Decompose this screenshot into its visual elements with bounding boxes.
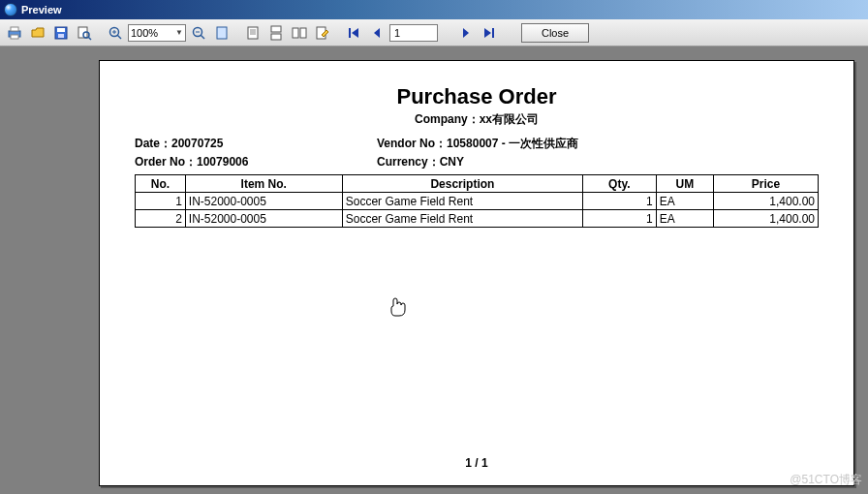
table-header-row: No. Item No. Description Qty. UM Price	[136, 175, 819, 193]
find-icon[interactable]	[74, 22, 95, 44]
svg-rect-1	[11, 27, 18, 31]
page-indicator: 1 / 1	[135, 456, 819, 470]
company-label: Company：	[415, 112, 480, 126]
company-value: xx有限公司	[480, 112, 539, 126]
facing-pages-icon[interactable]	[289, 22, 310, 44]
col-price: Price	[714, 175, 819, 193]
save-icon[interactable]	[50, 22, 72, 44]
svg-rect-24	[300, 28, 306, 38]
zoom-select[interactable]: 100% ▼	[128, 24, 186, 42]
table-row: 2 IN-52000-0005 Soccer Game Field Rent 1…	[136, 210, 819, 228]
next-page-icon[interactable]	[455, 22, 477, 44]
toolbar: 100% ▼ Close	[0, 19, 868, 46]
print-icon[interactable]	[4, 22, 25, 44]
preview-workspace[interactable]: Purchase Order Company：xx有限公司 Date：20070…	[0, 46, 868, 494]
document-page: Purchase Order Company：xx有限公司 Date：20070…	[99, 60, 854, 486]
svg-rect-21	[271, 26, 281, 32]
watermark: @51CTO博客	[790, 472, 862, 488]
window-title: Preview	[21, 4, 62, 15]
svg-line-8	[88, 37, 91, 40]
svg-line-10	[117, 35, 121, 39]
svg-rect-4	[57, 28, 65, 32]
full-page-icon[interactable]	[211, 22, 232, 44]
prev-page-icon[interactable]	[366, 22, 388, 44]
currency-label: Currency：	[377, 155, 440, 169]
date-label: Date：	[135, 137, 171, 150]
single-page-icon[interactable]	[242, 22, 264, 44]
vendor-label: Vendor No：	[377, 137, 447, 150]
window-titlebar: Preview	[0, 0, 868, 19]
zoom-value: 100%	[131, 27, 158, 39]
vendor-value: 10580007 - 一次性供应商	[447, 137, 578, 150]
zoom-out-icon[interactable]	[188, 22, 209, 44]
close-button[interactable]: Close	[521, 23, 589, 43]
continuous-page-icon[interactable]	[265, 22, 287, 44]
col-um: UM	[656, 175, 713, 193]
table-row: 1 IN-52000-0005 Soccer Game Field Rent 1…	[136, 193, 819, 210]
edit-icon[interactable]	[312, 22, 333, 44]
currency-value: CNY	[440, 155, 464, 169]
page-input[interactable]	[389, 24, 438, 42]
svg-rect-2	[11, 35, 18, 39]
zoom-in-icon[interactable]	[105, 22, 126, 44]
po-table: No. Item No. Description Qty. UM Price 1…	[135, 174, 819, 228]
svg-line-14	[201, 35, 204, 39]
svg-rect-22	[271, 34, 281, 40]
svg-rect-23	[293, 28, 298, 38]
open-icon[interactable]	[27, 22, 48, 44]
col-desc: Description	[342, 175, 582, 193]
last-page-icon[interactable]	[479, 22, 500, 44]
col-no: No.	[136, 175, 186, 193]
date-value: 20070725	[171, 137, 223, 150]
col-item: Item No.	[185, 175, 342, 193]
chevron-down-icon: ▼	[175, 28, 183, 37]
doc-title: Purchase Order	[135, 84, 819, 109]
svg-rect-5	[58, 34, 64, 38]
first-page-icon[interactable]	[343, 22, 364, 44]
col-qty: Qty.	[583, 175, 657, 193]
svg-rect-17	[248, 27, 258, 39]
company-line: Company：xx有限公司	[135, 111, 819, 128]
app-icon	[4, 3, 17, 16]
orderno-label: Order No：	[135, 155, 197, 169]
orderno-value: 10079006	[197, 155, 248, 169]
svg-rect-16	[217, 27, 227, 39]
